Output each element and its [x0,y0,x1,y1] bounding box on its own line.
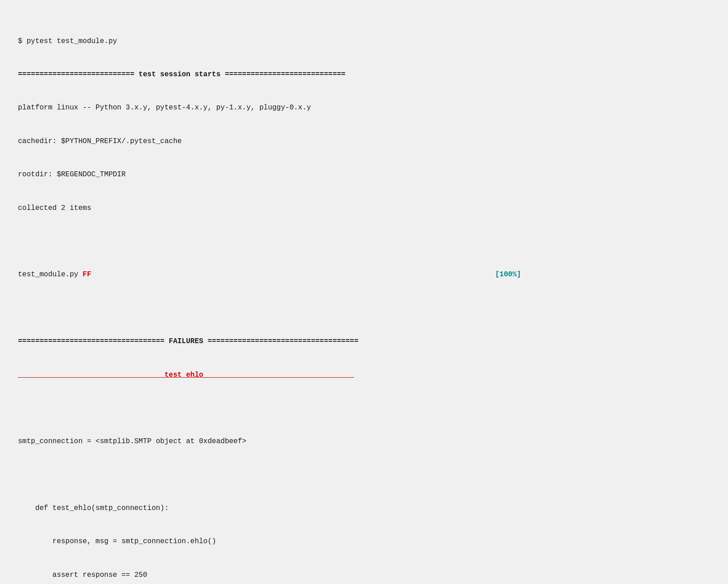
platform-line: platform linux -- Python 3.x.y, pytest-4… [18,102,710,113]
cachedir-line: cachedir: $PYTHON_PREFIX/.pytest_cache [18,136,710,147]
test-result-line: test_module.py FF[100%] [18,269,710,280]
test-result-ff: FF [83,270,91,279]
test-file-label: test_module.py [18,270,78,279]
blank-3 [18,403,710,414]
terminal-output: $ pytest test_module.py ================… [18,13,710,584]
test-ehlo-divider: _________________________________ test_e… [18,370,710,381]
collected-line: collected 2 items [18,203,710,214]
assert-250-ehlo: assert response == 250 [18,570,710,581]
session-start-line: =========================== test session… [18,69,710,80]
rootdir-line: rootdir: $REGENDOC_TMPDIR [18,169,710,180]
blank-2 [18,303,710,314]
smtp-obj-1: smtp_connection = <smtplib.SMTP object a… [18,436,710,447]
blank-1 [18,236,710,247]
blank-4 [18,470,710,481]
command-line: $ pytest test_module.py [18,36,710,47]
response-msg-ehlo: response, msg = smtp_connection.ehlo() [18,536,710,547]
def-ehlo: def test_ehlo(smtp_connection): [18,503,710,514]
progress-pct: [100%] [495,270,521,279]
failures-line: ================================== FAILU… [18,336,710,347]
